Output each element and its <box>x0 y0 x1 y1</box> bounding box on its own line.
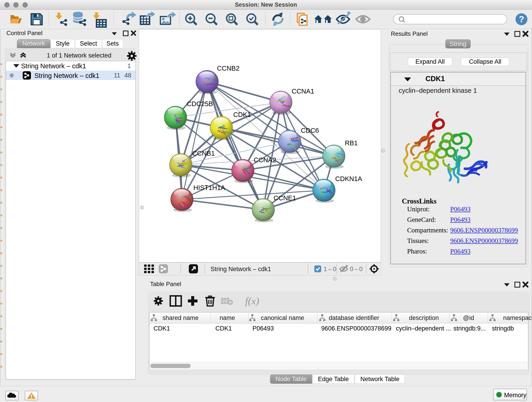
svg-text:0 – 0: 0 – 0 <box>350 266 363 273</box>
svg-text:CDC6: CDC6 <box>301 127 319 134</box>
svg-text:CCNE1: CCNE1 <box>273 194 296 202</box>
svg-text:1 – 0: 1 – 0 <box>323 266 336 273</box>
svg-text:CCNB2: CCNB2 <box>217 65 239 72</box>
svg-text:f(x): f(x) <box>245 295 259 307</box>
svg-text:CDK1: CDK1 <box>233 111 251 118</box>
svg-text:CDKN1A: CDKN1A <box>335 175 362 182</box>
svg-text:CDC25B: CDC25B <box>187 100 213 108</box>
svg-text:CCNA2: CCNA2 <box>254 156 276 164</box>
svg-text:HIST1H1A: HIST1H1A <box>193 184 225 191</box>
svg-text:CCNA1: CCNA1 <box>292 88 314 95</box>
svg-text:String Network – cdk1: String Network – cdk1 <box>210 266 271 273</box>
svg-text:RB1: RB1 <box>345 139 358 147</box>
svg-text:?: ? <box>519 14 524 24</box>
svg-text:CCNB1: CCNB1 <box>192 150 215 157</box>
